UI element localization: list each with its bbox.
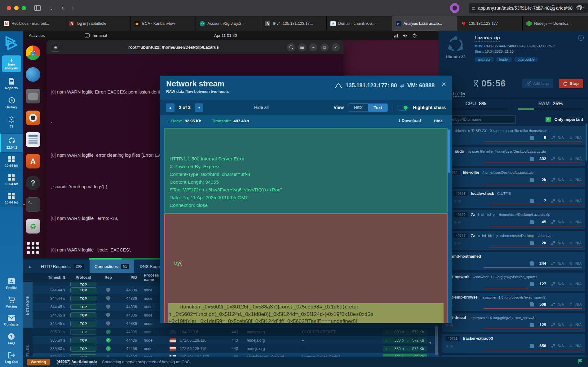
extension-icon[interactable] [450,3,459,13]
connection-row[interactable]: 385.80 s TCP 44458 node 172.66.128.116 4… [33,344,439,353]
loader-link[interactable]: Loader [453,92,465,97]
system-tray[interactable] [394,33,417,38]
dock-icon[interactable] [26,154,40,168]
browser-tab[interactable]: log in | rabbithole [65,16,131,31]
process-row[interactable]: 40679 7z l -slt -bd -y -- /home/user/Des… [450,210,585,229]
dock-icon[interactable] [26,67,40,82]
tag-pill[interactable]: arch-scr [475,57,494,62]
vm-item-ubuntu[interactable]: 22.04.2 [0,133,23,152]
close-window-button[interactable] [7,6,11,10]
info-icon[interactable]: i [578,35,584,41]
process-row[interactable]: 40665 locale-check C.UTF-8 ◉ ▣ 7 N/A ⚙ N… [450,189,585,208]
sidebar-item-reports[interactable]: Reports [0,74,23,93]
stream-content[interactable]: HTTP/1.1 500 Internal Server ErrorX-Powe… [160,126,452,323]
md5-value[interactable]: CE0FB58A6EC486B0F4738E9DFAC0BDEC [484,44,555,48]
terminal-search-button[interactable] [287,43,295,51]
next-stream-button[interactable]: ▼ [195,103,203,112]
browser-tab[interactable]: Account V2grJiwjs2... [196,16,261,31]
sidebar-item-profile[interactable]: Profile [0,274,23,293]
browser-tab[interactable]: Analysis Lazarus.zip... [392,16,458,31]
back-button[interactable]: ‹ [61,4,64,12]
terminal-titlebar[interactable]: ⊞ root@ubuntu22: /home/user/Desktop/Laza… [46,40,343,54]
browser-tab[interactable]: Domain: chainlink-a... [327,16,392,31]
modal-scrollbar[interactable] [448,129,450,173]
sidebar-toggle-icon[interactable] [34,5,41,11]
browser-tab[interactable]: 135.181.123.177 [457,16,523,31]
download-button[interactable]: ⤓ Download [399,118,421,123]
window-controls[interactable] [7,6,26,10]
terminal-maximize-button[interactable]: □ [321,43,329,51]
process-row[interactable]: ash /bin/sh -c "DISPLAY=:0 sudo -iu user… [442,126,585,145]
sidebar-item-logout[interactable]: Log Out [0,348,23,367]
only-important-checkbox[interactable]: ✓ [546,117,551,122]
dock-icon[interactable] [26,197,40,212]
tag-pill[interactable]: ottercookie [514,57,538,62]
browser-tab[interactable]: Recibidos - mauroel... [0,16,65,31]
process-row[interactable]: 40717 7z x -bd -bb1 -y -o/home/user/Desk… [450,231,585,250]
sidebar-item-contacts[interactable]: Contacts [0,312,23,330]
http-headers[interactable]: HTTP/1.1 500 Internal Server ErrorX-Powe… [164,128,448,212]
vm-item-win10-3[interactable]: 10 64 bit [0,189,23,207]
tag-pill[interactable]: loader [496,57,512,62]
dock-icon[interactable] [26,176,40,190]
connection-row[interactable]: 385.60 s TCP 44436 node 172.66.128.116 4… [33,336,439,344]
close-icon[interactable]: ✕ [441,81,446,88]
payload-code[interactable]: try{ {function _0x5602(_0x30126f,_0x588a… [164,213,448,323]
sidebar-item-faq[interactable]: ? FAQ [0,330,23,348]
text-option[interactable]: Text [368,104,388,111]
table-scrollbar[interactable] [435,326,438,355]
browser-tab[interactable]: Node.js — Downloa... [523,16,588,31]
process-row[interactable]: vfsd-smb-browse --spawner :1.6 /org/gtk/… [442,293,585,311]
connection-row[interactable]: 385.31 s TCP 44385 node 104.20.3.6 443 n… [33,328,439,336]
process-row[interactable]: 40721 tracker-extract-3 ◉ ▣ 656 N/A ⚙ N/… [442,334,585,353]
process-row[interactable]: vfsd-network --spawner :1.6 /org/gtk/gvf… [442,273,585,291]
browser-tab[interactable]: IPv4: 135.181.123.17... [261,16,327,31]
process-row[interactable]: ystemd-hostnamed ◉ ▣ 244 N/A ⚙ N/A [442,252,585,270]
prev-stream-button[interactable]: ▲ [166,103,175,112]
collapse-panel-button[interactable]: ▲ [24,261,35,272]
dock-icon[interactable] [26,46,40,60]
forward-button[interactable]: › [72,4,74,12]
process-tree-scrollbar[interactable] [586,124,587,161]
tab-connections[interactable]: Connections 51 [90,260,134,273]
dock-icon[interactable] [26,111,40,125]
minimize-window-button[interactable] [14,6,19,10]
stop-button[interactable]: Stop [559,79,583,88]
dock-icon[interactable] [26,241,40,255]
clock[interactable]: Apr 11 01:20 [214,33,237,38]
row-expand-arrow[interactable]: ▼ [429,341,432,345]
terminal-close-button[interactable]: × [332,43,340,51]
terminal-minimize-button[interactable]: − [309,43,317,51]
focused-app-menu[interactable]: _ Terminal [85,33,107,38]
anyrun-logo[interactable] [4,35,19,52]
reader-mode-icon[interactable]: ▤ [472,6,475,11]
activities-button[interactable]: Activities [29,33,45,38]
sidebar-item-history[interactable]: History [0,93,23,112]
tab-overview-icon[interactable] [576,4,582,12]
side-tab-network[interactable]: NETWORK [23,282,33,328]
sidebar-item-ti[interactable]: TI [0,112,23,132]
sample-name[interactable]: Lazarus.zip [475,35,500,42]
connection-row[interactable]: 488.32 s TCP 44937 node 135.181.123.177 … [33,353,439,356]
highlight-chars-toggle[interactable] [397,105,409,111]
chevron-down-icon[interactable]: ⌄ [49,5,53,11]
share-icon[interactable] [550,4,556,12]
process-row[interactable]: vfsd-dnssd --spawner :1.6 /org/gtk/gvfs/… [442,313,585,332]
tab-http-requests[interactable]: HTTP Requests 265 [36,260,89,273]
terminal-new-tab-button[interactable]: ⊞ [51,43,60,52]
new-analysis-button[interactable]: + New analysis [2,55,21,72]
browser-tab[interactable]: BCA - KanbanFlow [131,16,196,31]
process-row[interactable]: 40664 file-roller /home/user/Desktop/Laz… [442,168,585,187]
zoom-window-button[interactable] [22,6,26,10]
vm-item-win10-2[interactable]: 10 64 bit [0,171,23,189]
process-filter-input[interactable] [443,115,516,124]
sidebar-item-pricing[interactable]: Pricing [0,293,23,312]
hide-all-button[interactable]: Hide all [254,105,269,110]
status-process-link[interactable]: [44937] /usr/bin/node [57,359,97,365]
vm-item-win10-1[interactable]: 10 64 bit [0,152,23,171]
hex-option[interactable]: HEX [348,104,368,111]
new-tab-button[interactable]: + [564,4,568,12]
downloads-icon[interactable] [536,4,542,12]
flag-icon[interactable] [578,359,582,365]
terminal-menu-button[interactable] [298,43,306,51]
